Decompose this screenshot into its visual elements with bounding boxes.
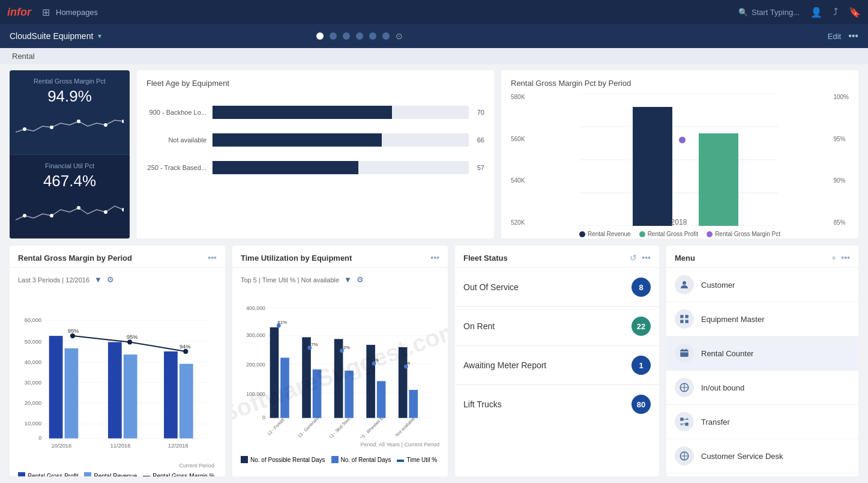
svg-rect-88 — [680, 350, 689, 357]
menu-item-inout-bound[interactable]: In/out bound — [666, 371, 858, 405]
fleet-status-card: Fleet Status ↺ ••• Out Of Service 8 On R… — [455, 246, 659, 476]
subnav-actions: Edit ••• — [828, 31, 858, 41]
tub-card: Time Utilization by Equipment ••• Top 5 … — [232, 246, 448, 476]
svg-text:95%: 95% — [68, 328, 79, 334]
top-navbar: infor ⊞ Homepages 🔍 Start Typing... 👤 ⤴ … — [0, 0, 868, 24]
tub-filter-text: Top 5 | Time Util % | Not available — [241, 276, 339, 284]
search-icon: 🔍 — [738, 8, 748, 17]
svg-rect-36 — [108, 342, 122, 438]
search-area[interactable]: 🔍 Start Typing... — [738, 8, 800, 17]
fleet-status-item-2[interactable]: Awaiting Meter Report 1 — [455, 346, 659, 385]
svg-text:42%: 42% — [340, 345, 350, 350]
menu-item-customer[interactable]: Customer — [666, 268, 858, 302]
svg-point-8 — [104, 210, 107, 214]
tub-legend-dot-1 — [331, 456, 339, 463]
kpi1-value: 94.9% — [47, 87, 92, 106]
grid-icon[interactable]: ⊞ — [42, 7, 50, 18]
menu-card: Menu + ••• Customer — [666, 246, 858, 476]
svg-text:60,000: 60,000 — [25, 317, 41, 323]
menu-item-transfer[interactable]: Transfer — [666, 405, 858, 439]
svg-rect-93 — [680, 418, 683, 421]
menu-item-rental-counter[interactable]: Rental Counter — [666, 336, 858, 371]
svg-point-4 — [122, 120, 124, 123]
menu-more-button[interactable]: ••• — [841, 253, 850, 263]
menu-add-button[interactable]: + — [831, 253, 836, 263]
svg-rect-74 — [399, 347, 408, 418]
top-row-widgets: Rental Gross Margin Pct 94.9% Financial … — [10, 70, 858, 238]
tub-legend-0: No. of Possible Rental Days — [241, 456, 325, 463]
kpi2-label: Financial Util Pct — [45, 162, 94, 169]
rgm-chart-area: 580K 560K 540K 520K — [511, 94, 849, 226]
subnav-more-button[interactable]: ••• — [848, 31, 858, 41]
menu-item-label-customer: Customer — [701, 281, 735, 290]
tub-filter-icon[interactable]: ▼ — [344, 275, 352, 284]
rgmbp-legend-label-0: Rental Gross Profit — [28, 473, 78, 477]
share-icon[interactable]: ⤴ — [833, 7, 838, 17]
bar-value-1: 66 — [477, 136, 484, 144]
tub-legend-label-0: No. of Possible Rental Days — [250, 457, 325, 463]
menu-item-label-customer-service-desk: Customer Service Desk — [701, 452, 783, 461]
page-dot-3[interactable] — [343, 32, 350, 40]
rgm-legend: Rental Revenue Rental Gross Profit Renta… — [511, 231, 849, 237]
fleet-refresh-icon[interactable]: ↺ — [630, 253, 637, 263]
fleet-status-item-3[interactable]: Lift Trucks 80 — [455, 385, 659, 424]
filter-icon[interactable]: ▼ — [94, 275, 102, 284]
fleet-status-more-button[interactable]: ••• — [642, 253, 651, 263]
tub-more-button[interactable]: ••• — [430, 253, 439, 263]
fleet-status-item-1[interactable]: On Rent 22 — [455, 307, 659, 346]
svg-rect-84 — [680, 315, 683, 318]
page-dots-nav: ⊙ — [316, 31, 403, 41]
svg-text:100,000: 100,000 — [246, 391, 265, 397]
legend-label-0: Rental Revenue — [588, 231, 631, 237]
tub-settings-icon[interactable]: ⚙ — [357, 275, 364, 284]
homepages-link[interactable]: Homepages — [56, 8, 98, 17]
svg-point-0 — [23, 127, 26, 131]
page-dot-1[interactable] — [316, 32, 324, 40]
next-page-arrow[interactable]: ⊙ — [396, 31, 403, 41]
settings-icon[interactable]: ⚙ — [107, 275, 114, 284]
menu-item-equipment-master[interactable]: Equipment Master — [666, 302, 858, 336]
svg-point-9 — [122, 208, 124, 211]
legend-label-1: Rental Gross Profit — [648, 231, 698, 237]
svg-text:0: 0 — [262, 415, 265, 421]
rgm-title: Rental Gross Margin Pct by Period — [511, 79, 849, 88]
bottom-row-widgets: Rental Gross Margin by Period ••• Last 3… — [10, 246, 858, 476]
sub-navbar: CloudSuite Equipment ▾ ⊙ Edit ••• — [0, 24, 868, 48]
rgmbp-legend-label-1: Rental Revenue — [94, 473, 137, 477]
page-dot-5[interactable] — [369, 32, 376, 40]
bar-value-0: 70 — [477, 109, 484, 116]
rgmbp-more-button[interactable]: ••• — [208, 253, 217, 263]
main-content: Rental Gross Margin Pct 94.9% Financial … — [0, 64, 868, 482]
rgm-y-left: 580K 560K 540K 520K — [511, 94, 528, 226]
svg-text:40,000: 40,000 — [25, 359, 41, 365]
svg-rect-63 — [313, 369, 322, 418]
equipment-master-icon — [675, 309, 694, 329]
kpi1-label: Rental Gross Margin Pct — [34, 77, 106, 85]
svg-text:200,000: 200,000 — [246, 362, 265, 368]
menu-title: Menu — [675, 254, 831, 263]
bookmark-icon[interactable]: 🔖 — [849, 7, 861, 18]
infor-logo: infor — [7, 6, 31, 19]
edit-button[interactable]: Edit — [828, 32, 841, 41]
tub-filter-bar: Top 5 | Time Util % | Not available ▼ ⚙ — [241, 273, 439, 289]
menu-item-mco-quick-entry[interactable]: MCO Quick Entry — [666, 473, 858, 476]
svg-point-43 — [127, 339, 132, 344]
svg-point-3 — [104, 123, 107, 127]
svg-text:20,000: 20,000 — [25, 400, 41, 406]
menu-header: Menu + ••• — [666, 246, 858, 268]
svg-text:400,000: 400,000 — [246, 305, 265, 311]
tub-body: Top 5 | Time Util % | Not available ▼ ⚙ … — [232, 268, 448, 476]
fleet-status-list: Out Of Service 8 On Rent 22 Awaiting Met… — [455, 268, 659, 424]
page-dot-4[interactable] — [356, 32, 363, 40]
rgm-chart: 2018 — [528, 94, 830, 226]
page-dot-2[interactable] — [330, 32, 337, 40]
user-icon[interactable]: 👤 — [810, 7, 822, 18]
svg-rect-59 — [280, 357, 289, 418]
svg-text:95%: 95% — [127, 334, 138, 340]
title-dropdown-arrow[interactable]: ▾ — [98, 32, 101, 40]
fleet-status-item-0[interactable]: Out Of Service 8 — [455, 268, 659, 307]
menu-item-customer-service-desk[interactable]: Customer Service Desk — [666, 439, 858, 473]
fleet-age-title: Fleet Age by Equipment — [146, 79, 484, 88]
page-dot-6[interactable] — [382, 32, 390, 40]
svg-rect-67 — [345, 371, 354, 418]
